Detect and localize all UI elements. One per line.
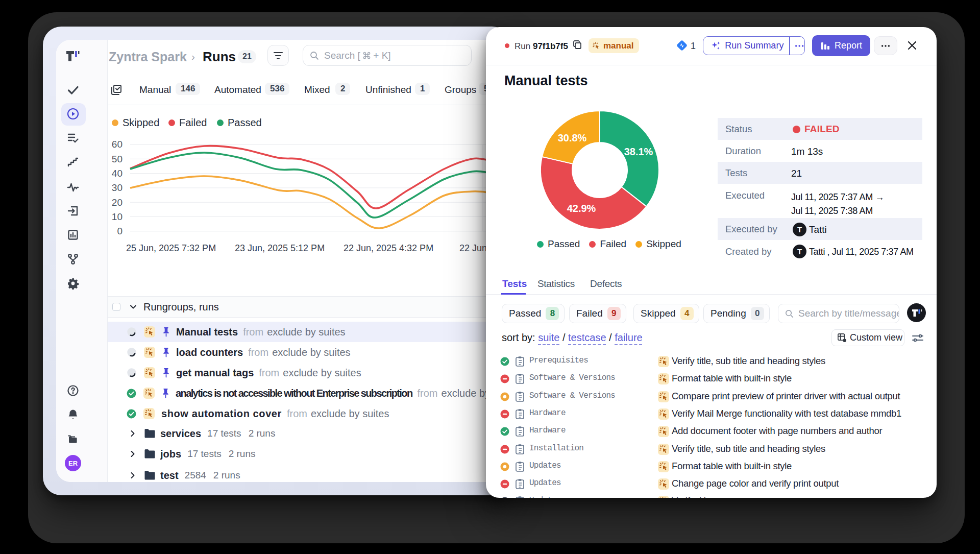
- svg-text:30.8%: 30.8%: [558, 132, 587, 143]
- svg-text:42.9%: 42.9%: [567, 203, 596, 214]
- svg-text:38.1%: 38.1%: [624, 146, 653, 157]
